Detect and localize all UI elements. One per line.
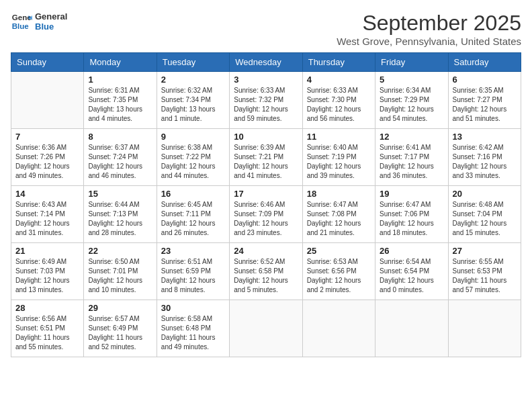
header: General Blue General Blue September 2025…	[11, 11, 521, 47]
day-info: Sunrise: 6:38 AMSunset: 7:22 PMDaylight:…	[161, 143, 225, 181]
day-number: 24	[234, 246, 298, 256]
week-row-4: 21Sunrise: 6:49 AMSunset: 7:03 PMDayligh…	[11, 243, 521, 300]
logo-general: General	[35, 11, 67, 21]
title-area: September 2025 West Grove, Pennsylvania,…	[337, 11, 521, 47]
day-cell: 30Sunrise: 6:58 AMSunset: 6:48 PMDayligh…	[157, 300, 229, 357]
day-info: Sunrise: 6:45 AMSunset: 7:11 PMDaylight:…	[161, 200, 225, 238]
day-cell: 5Sunrise: 6:34 AMSunset: 7:29 PMDaylight…	[375, 72, 448, 129]
weekday-header-sunday: Sunday	[11, 53, 84, 72]
day-number: 6	[453, 75, 517, 85]
day-info: Sunrise: 6:35 AMSunset: 7:27 PMDaylight:…	[453, 86, 517, 124]
day-info: Sunrise: 6:47 AMSunset: 7:06 PMDaylight:…	[380, 200, 443, 238]
day-info: Sunrise: 6:36 AMSunset: 7:26 PMDaylight:…	[15, 143, 79, 181]
day-number: 19	[380, 189, 443, 199]
day-cell: 21Sunrise: 6:49 AMSunset: 7:03 PMDayligh…	[11, 243, 84, 300]
day-number: 22	[88, 246, 152, 256]
day-cell	[375, 300, 448, 357]
day-info: Sunrise: 6:40 AMSunset: 7:19 PMDaylight:…	[307, 143, 371, 181]
day-info: Sunrise: 6:33 AMSunset: 7:32 PMDaylight:…	[234, 86, 298, 124]
day-info: Sunrise: 6:47 AMSunset: 7:08 PMDaylight:…	[307, 200, 371, 238]
day-number: 12	[380, 132, 443, 142]
day-info: Sunrise: 6:39 AMSunset: 7:21 PMDaylight:…	[234, 143, 298, 181]
weekday-header-row: SundayMondayTuesdayWednesdayThursdayFrid…	[11, 53, 521, 72]
day-info: Sunrise: 6:48 AMSunset: 7:04 PMDaylight:…	[453, 200, 517, 238]
day-cell: 4Sunrise: 6:33 AMSunset: 7:30 PMDaylight…	[302, 72, 375, 129]
day-number: 7	[15, 132, 79, 142]
week-row-2: 7Sunrise: 6:36 AMSunset: 7:26 PMDaylight…	[11, 129, 521, 186]
day-number: 17	[234, 189, 298, 199]
day-cell: 20Sunrise: 6:48 AMSunset: 7:04 PMDayligh…	[448, 186, 521, 243]
day-cell: 14Sunrise: 6:43 AMSunset: 7:14 PMDayligh…	[11, 186, 84, 243]
day-info: Sunrise: 6:32 AMSunset: 7:34 PMDaylight:…	[161, 86, 225, 124]
day-info: Sunrise: 6:49 AMSunset: 7:03 PMDaylight:…	[15, 257, 79, 295]
day-info: Sunrise: 6:52 AMSunset: 6:58 PMDaylight:…	[234, 257, 298, 295]
day-number: 10	[234, 132, 298, 142]
day-number: 16	[161, 189, 225, 199]
day-cell: 23Sunrise: 6:51 AMSunset: 6:59 PMDayligh…	[157, 243, 229, 300]
day-number: 28	[15, 303, 79, 313]
day-info: Sunrise: 6:55 AMSunset: 6:53 PMDaylight:…	[453, 257, 517, 295]
weekday-header-wednesday: Wednesday	[230, 53, 302, 72]
weekday-header-thursday: Thursday	[302, 53, 375, 72]
day-info: Sunrise: 6:46 AMSunset: 7:09 PMDaylight:…	[234, 200, 298, 238]
day-cell: 6Sunrise: 6:35 AMSunset: 7:27 PMDaylight…	[448, 72, 521, 129]
day-cell: 8Sunrise: 6:37 AMSunset: 7:24 PMDaylight…	[84, 129, 157, 186]
day-number: 14	[15, 189, 79, 199]
weekday-header-friday: Friday	[375, 53, 448, 72]
day-info: Sunrise: 6:34 AMSunset: 7:29 PMDaylight:…	[380, 86, 443, 124]
day-info: Sunrise: 6:50 AMSunset: 7:01 PMDaylight:…	[88, 257, 152, 295]
day-cell: 18Sunrise: 6:47 AMSunset: 7:08 PMDayligh…	[302, 186, 375, 243]
day-cell	[230, 300, 302, 357]
day-cell: 7Sunrise: 6:36 AMSunset: 7:26 PMDaylight…	[11, 129, 84, 186]
day-cell: 28Sunrise: 6:56 AMSunset: 6:51 PMDayligh…	[11, 300, 84, 357]
day-cell	[302, 300, 375, 357]
day-cell: 16Sunrise: 6:45 AMSunset: 7:11 PMDayligh…	[157, 186, 229, 243]
day-number: 18	[307, 189, 371, 199]
day-cell: 17Sunrise: 6:46 AMSunset: 7:09 PMDayligh…	[230, 186, 302, 243]
logo-icon: General Blue	[11, 11, 32, 32]
day-number: 4	[307, 75, 371, 85]
day-cell: 15Sunrise: 6:44 AMSunset: 7:13 PMDayligh…	[84, 186, 157, 243]
day-cell: 19Sunrise: 6:47 AMSunset: 7:06 PMDayligh…	[375, 186, 448, 243]
day-number: 3	[234, 75, 298, 85]
day-info: Sunrise: 6:42 AMSunset: 7:16 PMDaylight:…	[453, 143, 517, 181]
day-number: 1	[88, 75, 152, 85]
day-cell: 12Sunrise: 6:41 AMSunset: 7:17 PMDayligh…	[375, 129, 448, 186]
day-number: 13	[453, 132, 517, 142]
day-info: Sunrise: 6:41 AMSunset: 7:17 PMDaylight:…	[380, 143, 443, 181]
day-number: 8	[88, 132, 152, 142]
location-title: West Grove, Pennsylvania, United States	[337, 36, 521, 47]
day-cell: 9Sunrise: 6:38 AMSunset: 7:22 PMDaylight…	[157, 129, 229, 186]
calendar-table: SundayMondayTuesdayWednesdayThursdayFrid…	[11, 52, 521, 357]
day-number: 26	[380, 246, 443, 256]
day-cell: 2Sunrise: 6:32 AMSunset: 7:34 PMDaylight…	[157, 72, 229, 129]
day-number: 27	[453, 246, 517, 256]
week-row-3: 14Sunrise: 6:43 AMSunset: 7:14 PMDayligh…	[11, 186, 521, 243]
day-number: 25	[307, 246, 371, 256]
day-number: 11	[307, 132, 371, 142]
day-info: Sunrise: 6:56 AMSunset: 6:51 PMDaylight:…	[15, 314, 79, 352]
day-info: Sunrise: 6:31 AMSunset: 7:35 PMDaylight:…	[88, 86, 152, 124]
weekday-header-monday: Monday	[84, 53, 157, 72]
day-info: Sunrise: 6:51 AMSunset: 6:59 PMDaylight:…	[161, 257, 225, 295]
day-cell: 10Sunrise: 6:39 AMSunset: 7:21 PMDayligh…	[230, 129, 302, 186]
weekday-header-saturday: Saturday	[448, 53, 521, 72]
logo: General Blue General Blue	[11, 11, 67, 32]
svg-text:Blue: Blue	[12, 22, 30, 30]
day-number: 5	[380, 75, 443, 85]
day-cell: 1Sunrise: 6:31 AMSunset: 7:35 PMDaylight…	[84, 72, 157, 129]
day-number: 21	[15, 246, 79, 256]
week-row-1: 1Sunrise: 6:31 AMSunset: 7:35 PMDaylight…	[11, 72, 521, 129]
day-info: Sunrise: 6:58 AMSunset: 6:48 PMDaylight:…	[161, 314, 225, 352]
week-row-5: 28Sunrise: 6:56 AMSunset: 6:51 PMDayligh…	[11, 300, 521, 357]
day-info: Sunrise: 6:43 AMSunset: 7:14 PMDaylight:…	[15, 200, 79, 238]
day-cell: 24Sunrise: 6:52 AMSunset: 6:58 PMDayligh…	[230, 243, 302, 300]
day-number: 9	[161, 132, 225, 142]
day-cell	[11, 72, 84, 129]
day-cell: 22Sunrise: 6:50 AMSunset: 7:01 PMDayligh…	[84, 243, 157, 300]
day-number: 20	[453, 189, 517, 199]
day-cell: 11Sunrise: 6:40 AMSunset: 7:19 PMDayligh…	[302, 129, 375, 186]
day-number: 30	[161, 303, 225, 313]
logo-blue: Blue	[35, 21, 67, 32]
day-cell: 25Sunrise: 6:53 AMSunset: 6:56 PMDayligh…	[302, 243, 375, 300]
